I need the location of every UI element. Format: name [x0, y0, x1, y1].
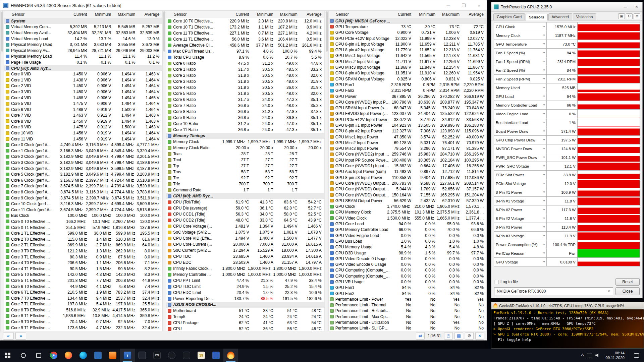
sensor-row[interactable]: SoC Voltage (SVI2 ...1.075 V1.075 V1.081…: [166, 229, 324, 235]
furmark-titlebar[interactable]: Geeks3D FurMark v1.19.1.0 - 447FPS, GPU1…: [491, 302, 644, 309]
sensor-row[interactable]: Core 0 VID1.450 V0.906 V1.494 V1.463 V: [4, 71, 162, 77]
sensor-row[interactable]: GPU Misc1 Input Voltage11.642 V11.565 V1…: [329, 53, 486, 59]
sensor-row[interactable]: GPU Video Encode 0 Usage0.0 %0.0 %0.0 %0…: [329, 261, 486, 267]
sensor-row[interactable]: GPU SRAM Output Power56.629 W2.432 W62.3…: [329, 198, 486, 203]
sensor-row[interactable]: Core 10 VID1.456 V0.919 V1.494 V1.464 V: [4, 130, 162, 136]
search-button[interactable]: [15, 349, 31, 362]
sensor-select[interactable]: GPU Voltage▼: [494, 257, 547, 266]
column-header[interactable]: Sensor: [4, 12, 65, 17]
sensor-row[interactable]: Physical Memory Av...28,945 MB28,721 MB2…: [4, 48, 162, 54]
sensor-row[interactable]: Core 6 T0 Effective ...44.9 MHz4.1 MHz75…: [4, 284, 162, 290]
sensor-select[interactable]: Fan 2 Speed (%)▼: [494, 66, 547, 75]
sensor-select[interactable]: 8-Pin #2 Power▼: [494, 205, 547, 214]
taskbar-app-furmark[interactable]: [223, 349, 238, 362]
sensor-row[interactable]: Core 6 VID1.488 V0.919 V1.500 V1.464 V: [4, 107, 162, 113]
sensor-row[interactable]: Core 0 T0 Effective ...166.2 MHz10.1 MHz…: [4, 219, 162, 225]
sensor-row[interactable]: Performance Limit - ThermalNoNoNoNo: [329, 302, 486, 308]
column-header[interactable]: Average: [300, 12, 324, 17]
sensor-row[interactable]: GPU Memory Clock2,375.5 MHz101.3 MHz2,37…: [329, 209, 486, 215]
sensor-select[interactable]: Power Consumption (%)▼: [494, 240, 547, 249]
sensor-row[interactable]: Core 11 T0 Effective...227.1 MHz0.7 MHz2…: [166, 30, 324, 36]
sensor-row[interactable]: CPU Core VID (Effe...1.494 V1.400 V1.500…: [166, 235, 324, 241]
column-header[interactable]: Current: [228, 12, 252, 17]
sensor-row[interactable]: GPU Input PP Source Power ...100.408 W18…: [329, 157, 486, 163]
sensor-select[interactable]: Fan 1 Speed (%)▼: [494, 48, 547, 57]
sensor-row[interactable]: Core 5 T1 Effective ...201.8 MHz7.7 MHz2…: [4, 278, 162, 284]
sensor-select[interactable]: Memory Used▼: [494, 83, 547, 92]
gear-icon[interactable]: ⚙: [634, 13, 640, 19]
sensor-row[interactable]: Memory Clock Ratio20.00 x20.00 x20.00 x2…: [166, 145, 324, 151]
sensor-select[interactable]: PWR_SRC Power Draw▼: [494, 153, 547, 162]
sensor-row[interactable]: Core 7 VID1.463 V0.912 V1.494 V1.463 V: [4, 113, 162, 119]
sensor-row[interactable]: Tcas28 T28 T28 T: [166, 151, 324, 157]
sensor-row[interactable]: SoC Current (SVI2 ...17.294 A15.529 A18.…: [166, 247, 324, 253]
settings-gear-icon[interactable]: ⚙: [465, 332, 474, 340]
refresh-icon[interactable]: ↻: [626, 13, 633, 19]
sensor-select[interactable]: MVDDC Power Draw▼: [494, 144, 547, 153]
sensor-row[interactable]: Core 9 Clock (perf #...3,674.5 MHz2,399.…: [4, 195, 162, 201]
sensor-row[interactable]: Core 11 Ratio36.8 x24.0 x47.3 x35.1 x: [166, 127, 324, 133]
sensor-row[interactable]: GPU Core (NVVDD) Input Po...190.796 W10.…: [329, 99, 486, 105]
sensor-row[interactable]: GPU Core Voltage0.900 V0.731 V1.006 V0.8…: [329, 30, 486, 36]
sensor-row[interactable]: GPU D3D Usage98.9 %1.5 %99.7 %97.7 %: [329, 250, 486, 256]
sensor-row[interactable]: Core 9 T1 Effective ...173.6 MHz4.7 MHz2…: [4, 325, 162, 331]
sensor-row[interactable]: Trcd27 T27 T27 T: [166, 157, 324, 163]
sensor-row[interactable]: Tras58 T58 T58 T: [166, 169, 324, 175]
sensor-row[interactable]: Core 4 VID1.488 V0.906 V1.494 V1.465 V: [4, 95, 162, 101]
sensor-row[interactable]: Core 6 Ratio31.7 x24.0 x47.2 x35.1 x: [166, 97, 324, 103]
sensor-row[interactable]: Core 8 Ratio36.8 x31.2 x47.8 x37.8 x: [166, 109, 324, 115]
sensor-row[interactable]: Performance Limit - SLI GPU...NoNoNoNo: [329, 325, 486, 331]
sensor-row[interactable]: GPU Memory Controller Load66.0 %0.0 %70.…: [329, 227, 486, 233]
taskbar-app-cx[interactable]: CX: [150, 349, 164, 362]
sensor-row[interactable]: GPU 8-pin #2 Input Voltage11.779 V11.652…: [329, 47, 486, 53]
sensor-section-row[interactable]: System: [4, 18, 162, 24]
sensor-row[interactable]: Core 4 T1 Effective ...90.5 MHz1.5 MHz90…: [4, 266, 162, 272]
sensor-row[interactable]: Core 9 T0 Effective ...70.4 MHz0.7 MHz92…: [4, 319, 162, 325]
sensor-row[interactable]: Virtual Memory Load14.2 %13.7 %14.6 %13.…: [4, 36, 162, 42]
sensor-row[interactable]: CPU EDC28.503 A1.460 A31.157 A14.797 A: [166, 259, 324, 265]
sensor-row[interactable]: Motherboard51 °C38 °C51 °C48 °C: [166, 308, 324, 314]
sensor-row[interactable]: GPU Fan12,315 RPM0 RPM2,315 RPM2,220 RPM: [329, 82, 486, 87]
column-header[interactable]: Sensor: [329, 12, 390, 17]
start-button[interactable]: [0, 349, 15, 362]
scrollbar[interactable]: [0, 11, 4, 331]
clock-icon[interactable]: ◷: [444, 332, 453, 340]
column-header[interactable]: Maximum: [438, 12, 462, 17]
sensor-row[interactable]: Core 3 VID1.450 V0.906 V1.494 V1.464 V: [4, 89, 162, 95]
hwinfo-titlebar[interactable]: HWiNFO64 v6.34-4300 Sensor Status [61 va…: [0, 0, 487, 11]
sensor-row[interactable]: GPU 8-pin #3 Input Power110.358 W9.404 W…: [329, 175, 486, 180]
taskbar-app-darkround[interactable]: [164, 349, 179, 362]
sensor-row[interactable]: GPU PCIe +12V Input Power33.072 W3.779 W…: [329, 117, 486, 122]
swap-displays-icon[interactable]: ⇄: [416, 332, 425, 340]
sensor-select[interactable]: GPU Chip Power Draw▼: [494, 135, 547, 144]
sensor-row[interactable]: GPU Bus Load1.0 %0.0 %1.0 %1.0 %: [329, 238, 486, 244]
column-header[interactable]: Minimum: [90, 12, 114, 17]
sensor-row[interactable]: Core 5 VID1.475 V0.906 V1.494 V1.464 V: [4, 101, 162, 107]
close-app-button[interactable]: Close: [615, 287, 640, 295]
column-header[interactable]: Average: [462, 12, 486, 17]
sensor-row[interactable]: Performance Limit - UtilizationNoNoYesNo: [329, 319, 486, 325]
sensor-row[interactable]: Infinity Fabric Clock...1,800.0 MHz1,800…: [166, 265, 324, 272]
sensor-select[interactable]: Bus Interface Load▼: [494, 118, 547, 127]
sensor-row[interactable]: Memory Controller ...1,000.0 MHz1,000.0 …: [166, 272, 324, 278]
sensor-row[interactable]: Core 3 T1 Effective ...80.3 MHz0.9 MHz87…: [4, 254, 162, 260]
column-header[interactable]: Maximum: [276, 12, 300, 17]
sensor-row[interactable]: Core 10 Clock (perf ...3,116.3 MHz2,399.…: [4, 201, 162, 207]
close-button[interactable]: ×: [471, 0, 487, 10]
sensor-row[interactable]: Core 0 Clock (perf #...4,749.4 MHz3,116.…: [4, 142, 162, 148]
sensor-row[interactable]: Core 8 T0 Effective ...516.8 MHz32.9 MHz…: [4, 307, 162, 313]
sensor-row[interactable]: Core 11 VID1.456 V0.919 V1.494 V1.464 V: [4, 136, 162, 142]
sensor-row[interactable]: GPU Misc3 Input Voltage11.868 V11.848 V1…: [329, 64, 486, 70]
sensor-row[interactable]: GPU Misc2 Input Voltage11.711 V11.617 V1…: [329, 59, 486, 64]
sensor-row[interactable]: CPU Core Current (...20.000 A7.000 A31.0…: [166, 241, 324, 247]
hidden-icons-chevron[interactable]: ^: [581, 353, 584, 358]
sensor-row[interactable]: GPU Clock1,740.0 MHz210.0 MHz1,905.0 MHz…: [329, 204, 486, 209]
sensor-row[interactable]: Core 9 Ratio36.8 x24.0 x36.8 x35.1 x: [166, 115, 324, 121]
sensor-row[interactable]: Memory Clock1,999.7 MHz1,999.7 MHz1,999.…: [166, 139, 324, 145]
sensor-row[interactable]: Core 5 Clock (perf #...3,182.9 MHz3,049.…: [4, 171, 162, 177]
tab-sensors[interactable]: Sensors: [526, 14, 547, 20]
tab-graphics-card[interactable]: Graphics Card: [493, 13, 525, 20]
camera-icon[interactable]: ▣: [618, 13, 625, 19]
close-button[interactable]: ×: [631, 2, 642, 11]
sensor-section-row[interactable]: Memory Timings: [166, 133, 324, 139]
